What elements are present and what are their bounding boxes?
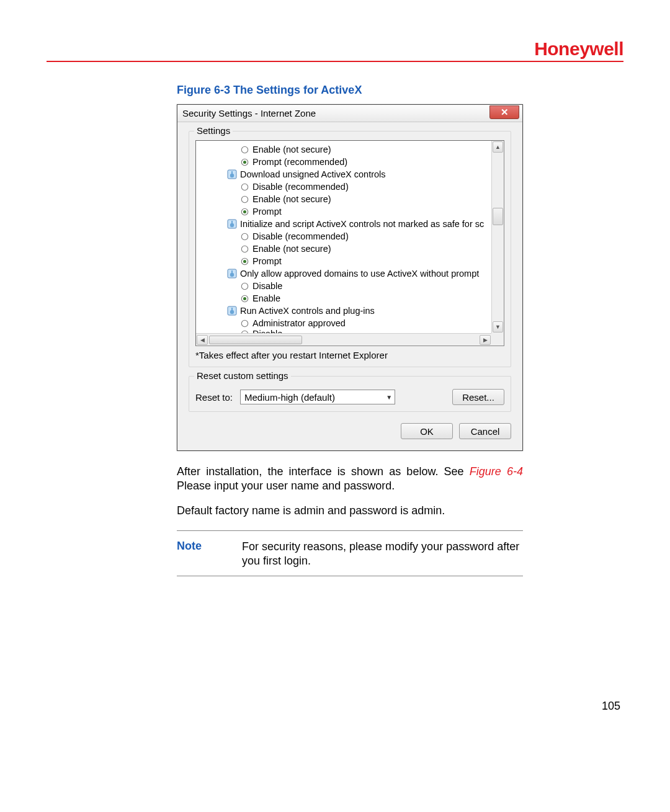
- figure-ref: Figure 6-4: [470, 465, 523, 478]
- chevron-down-icon: ▼: [386, 394, 392, 401]
- page-content: Figure 6-3 The Settings for ActiveX Secu…: [47, 62, 623, 576]
- tree-option-label: Prompt: [252, 256, 282, 266]
- figure-caption: Figure 6-3 The Settings for ActiveX: [177, 84, 623, 97]
- brand-logo: Honeywell: [534, 38, 623, 60]
- svg-point-6: [241, 184, 248, 190]
- para1-b: Please input your user name and password…: [177, 480, 395, 492]
- scroll-corner: [491, 333, 504, 346]
- settings-tree: Enable (not secure) Prompt (recommended)…: [196, 141, 491, 333]
- svg-point-11: [230, 223, 234, 227]
- tree-option-label: Enable (not secure): [252, 145, 331, 154]
- reset-level-combobox[interactable]: Medium-high (default) ▼: [240, 390, 395, 404]
- tree-option-label: Prompt (recommended): [252, 157, 347, 167]
- tree-category-label: Only allow approved domains to use Activ…: [240, 269, 479, 279]
- tree-category: Initialize and script ActiveX controls n…: [196, 218, 491, 230]
- vertical-scrollbar[interactable]: ▲ ▼: [491, 141, 504, 333]
- scroll-up-arrow-icon[interactable]: ▲: [493, 141, 503, 153]
- svg-point-9: [243, 210, 246, 213]
- tree-option-label: Administrator approved: [252, 318, 346, 328]
- security-settings-dialog: Security Settings - Internet Zone ✕ Sett…: [177, 104, 523, 451]
- cancel-button[interactable]: Cancel: [459, 423, 511, 439]
- svg-point-7: [241, 196, 248, 202]
- dialog-title: Security Settings - Internet Zone: [182, 108, 316, 118]
- paragraph-1: After installation, the interface is sho…: [177, 465, 523, 493]
- tree-category: Only allow approved domains to use Activ…: [196, 267, 491, 280]
- tree-option-label: Enable (not secure): [252, 194, 331, 204]
- dialog-titlebar[interactable]: Security Settings - Internet Zone ✕: [177, 105, 522, 122]
- ok-button[interactable]: OK: [401, 423, 453, 439]
- svg-rect-25: [231, 308, 233, 310]
- reset-button[interactable]: Reset...: [452, 389, 504, 405]
- tree-option-label: Disable (recommended): [252, 231, 349, 241]
- tree-option-label: Enable: [252, 293, 280, 303]
- restart-footnote: *Takes effect after you restart Internet…: [195, 350, 504, 360]
- reset-to-label: Reset to:: [195, 392, 233, 403]
- scroll-thumb[interactable]: [493, 208, 503, 225]
- page-header: Honeywell: [47, 37, 623, 62]
- scroll-left-arrow-icon[interactable]: ◀: [197, 335, 208, 345]
- svg-point-20: [241, 283, 248, 289]
- tree-option-label: Prompt: [252, 207, 282, 216]
- svg-point-18: [230, 273, 234, 277]
- tree-option-label: Enable (not secure): [252, 244, 331, 254]
- page-number: 105: [602, 700, 620, 713]
- tree-option[interactable]: Prompt: [196, 255, 491, 267]
- tree-option[interactable]: Enable (not secure): [196, 143, 491, 156]
- tree-option-label: Disable (recommended): [252, 182, 349, 192]
- horizontal-scrollbar[interactable]: ◀ ▶: [196, 333, 491, 346]
- reset-groupbox: Reset custom settings Reset to: Medium-h…: [189, 376, 511, 412]
- svg-point-16: [243, 260, 246, 263]
- settings-groupbox: Settings Enable (not secure) Prompt (rec…: [189, 131, 511, 367]
- tree-category-label: Run ActiveX controls and plug-ins: [240, 306, 375, 316]
- tree-option[interactable]: Administrator approved: [196, 317, 491, 329]
- tree-option[interactable]: Enable (not secure): [196, 243, 491, 255]
- reset-level-value: Medium-high (default): [244, 392, 335, 403]
- svg-point-26: [241, 320, 248, 326]
- tree-option[interactable]: Disable (recommended): [196, 181, 491, 193]
- tree-option[interactable]: Prompt: [196, 205, 491, 218]
- tree-category: Run ActiveX controls and plug-ins: [196, 305, 491, 317]
- svg-rect-19: [231, 270, 233, 273]
- tree-category-label: Initialize and script ActiveX controls n…: [240, 219, 484, 229]
- svg-point-24: [230, 310, 234, 314]
- paragraph-2: Default factory name is admin and passwo…: [177, 504, 523, 518]
- note-block: Note For security reasons, please modify…: [177, 530, 523, 577]
- tree-category-label: Download unsigned ActiveX controls: [240, 169, 386, 179]
- close-icon: ✕: [501, 107, 509, 118]
- para1-a: After installation, the interface is sho…: [177, 465, 470, 478]
- tree-option[interactable]: Disable: [196, 280, 491, 292]
- tree-option[interactable]: Enable: [196, 292, 491, 305]
- settings-tree-scrollpane[interactable]: Enable (not secure) Prompt (recommended)…: [195, 140, 504, 346]
- settings-group-label: Settings: [194, 125, 233, 136]
- dialog-body: Settings Enable (not secure) Prompt (rec…: [177, 122, 522, 450]
- svg-point-4: [230, 174, 234, 177]
- tree-option[interactable]: Enable (not secure): [196, 193, 491, 205]
- svg-rect-12: [231, 221, 233, 223]
- scroll-down-arrow-icon[interactable]: ▼: [493, 321, 503, 332]
- tree-option[interactable]: Disable (recommended): [196, 230, 491, 243]
- svg-point-22: [243, 297, 246, 300]
- tree-option-label: Disable: [252, 281, 282, 291]
- tree-category: Download unsigned ActiveX controls: [196, 168, 491, 181]
- tree-option[interactable]: Prompt (recommended): [196, 156, 491, 168]
- close-button[interactable]: ✕: [489, 105, 519, 119]
- svg-rect-5: [231, 171, 233, 174]
- svg-point-0: [241, 146, 248, 153]
- svg-point-14: [241, 246, 248, 252]
- note-label: Note: [177, 540, 242, 569]
- svg-point-2: [243, 161, 246, 164]
- scroll-thumb-h[interactable]: [209, 336, 302, 344]
- svg-point-13: [241, 233, 248, 239]
- dialog-footer: OK Cancel: [189, 421, 511, 439]
- scroll-right-arrow-icon[interactable]: ▶: [480, 335, 491, 345]
- note-text: For security reasons, please modify your…: [242, 540, 523, 569]
- reset-group-label: Reset custom settings: [194, 370, 291, 381]
